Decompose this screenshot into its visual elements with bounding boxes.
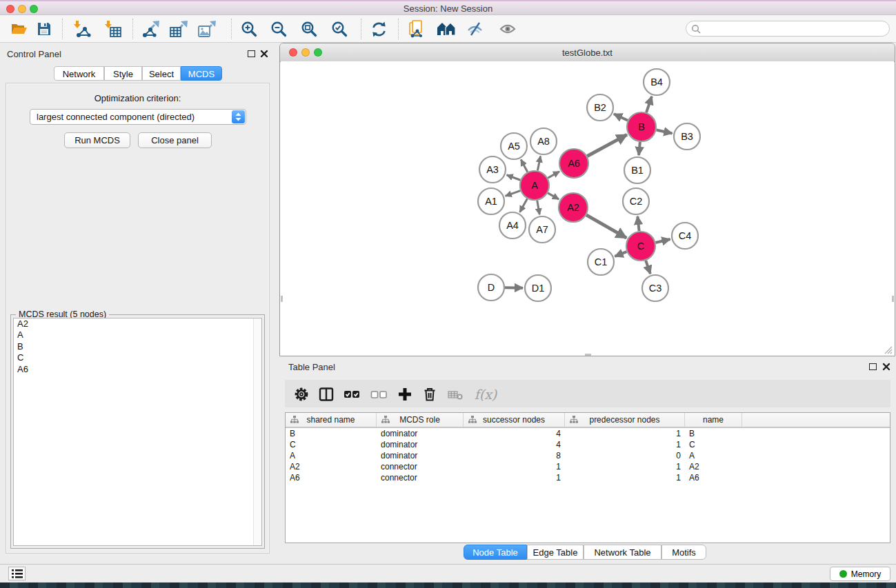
network-graph[interactable]: B4B2BB3A5A8A6B1A3AC2A1A2A4A7C4CC1C3DD1 — [281, 61, 894, 356]
tab-style[interactable]: Style — [104, 66, 142, 81]
graph-node-B1[interactable]: B1 — [624, 157, 650, 183]
table-row[interactable]: Cdominator41C — [286, 439, 890, 450]
graph-node-A2[interactable]: A2 — [559, 193, 588, 222]
graph-node-A1[interactable]: A1 — [478, 188, 504, 214]
close-panel-button[interactable]: Close panel — [138, 132, 212, 148]
graph-node-A3[interactable]: A3 — [479, 156, 506, 183]
graph-edge-C-C3[interactable] — [646, 261, 650, 274]
column-header-shared-name[interactable]: shared name — [286, 413, 377, 427]
tab-edge-table[interactable]: Edge Table — [527, 545, 584, 560]
graph-edge-A-A1[interactable] — [506, 191, 521, 196]
graph-edge-A-A3[interactable] — [507, 175, 521, 180]
graph-edge-A-A2[interactable] — [548, 193, 559, 199]
graph-edge-C-C1[interactable] — [615, 252, 626, 256]
graph-edge-B-B3[interactable] — [657, 130, 673, 134]
graph-node-C3[interactable]: C3 — [642, 275, 668, 301]
mcds-result-item[interactable]: C — [14, 352, 261, 363]
export-network-button[interactable] — [140, 18, 162, 40]
float-table-panel-icon[interactable] — [869, 363, 877, 370]
save-session-button[interactable] — [33, 18, 55, 40]
run-mcds-button[interactable]: Run MCDS — [64, 132, 130, 148]
graph-edge-A-A6[interactable] — [548, 172, 559, 178]
mcds-result-item[interactable]: B — [14, 341, 261, 352]
column-header-name[interactable]: name — [685, 413, 742, 427]
graph-edge-C-C2[interactable] — [637, 216, 639, 231]
mcds-result-item[interactable]: A6 — [14, 364, 261, 375]
tab-mcds[interactable]: MCDS — [181, 66, 222, 81]
import-table-button[interactable] — [102, 18, 124, 40]
open-session-button[interactable] — [8, 18, 30, 40]
home-button[interactable] — [435, 18, 457, 40]
tab-motifs[interactable]: Motifs — [661, 545, 706, 560]
graph-node-C4[interactable]: C4 — [672, 223, 698, 249]
zoom-selected-button[interactable] — [328, 18, 350, 40]
hide-graphics-details-button[interactable] — [464, 18, 486, 40]
graph-node-C[interactable]: C — [626, 232, 655, 261]
graph-edge-B-B1[interactable] — [639, 142, 640, 155]
graph-node-D[interactable]: D — [478, 274, 504, 301]
mcds-result-item[interactable]: A2 — [14, 318, 261, 330]
graph-node-C1[interactable]: C1 — [588, 249, 614, 275]
task-history-button[interactable] — [8, 567, 26, 580]
tab-select[interactable]: Select — [142, 66, 181, 81]
table-settings-button[interactable] — [292, 385, 310, 403]
graph-node-A6[interactable]: A6 — [559, 149, 588, 178]
zoom-in-button[interactable] — [238, 18, 260, 40]
graph-edge-B-B2[interactable] — [614, 114, 628, 120]
graph-node-C2[interactable]: C2 — [623, 188, 649, 214]
import-network-button[interactable] — [71, 18, 93, 40]
create-column-button[interactable] — [396, 385, 414, 403]
search-field[interactable] — [686, 21, 890, 37]
graph-node-A5[interactable]: A5 — [501, 133, 527, 159]
delete-table-button[interactable] — [446, 385, 464, 403]
table-row[interactable]: Adominator80A — [286, 450, 890, 461]
mcds-result-list[interactable]: A2ABCA6 — [13, 318, 262, 546]
table-row[interactable]: Bdominator41B — [286, 428, 890, 439]
graph-node-A8[interactable]: A8 — [530, 128, 557, 154]
graph-node-B2[interactable]: B2 — [587, 94, 613, 121]
show-graphics-details-button[interactable] — [497, 18, 519, 40]
close-panel-icon[interactable] — [260, 50, 268, 58]
function-builder-button[interactable]: f(x) — [472, 385, 499, 403]
graph-edge-A-A8[interactable] — [537, 156, 540, 171]
delete-column-button[interactable] — [421, 385, 439, 403]
column-header-successor-nodes[interactable]: successor nodes — [464, 413, 565, 427]
graph-node-B4[interactable]: B4 — [644, 69, 670, 95]
edge-handle[interactable] — [892, 296, 894, 302]
refresh-button[interactable] — [368, 18, 390, 40]
export-image-button[interactable] — [196, 18, 218, 40]
memory-button[interactable]: Memory — [830, 567, 890, 581]
table-row[interactable]: A2connector11A2 — [286, 461, 890, 472]
criterion-select[interactable]: largest connected component (directed) — [30, 109, 246, 125]
edge-handle[interactable] — [281, 296, 283, 302]
zoom-out-button[interactable] — [268, 18, 290, 40]
scrollbar-track[interactable] — [253, 318, 261, 545]
graph-edge-A-A4[interactable] — [520, 199, 528, 212]
tab-network[interactable]: Network — [54, 66, 104, 81]
network-canvas[interactable]: B4B2BB3A5A8A6B1A3AC2A1A2A4A7C4CC1C3DD1 — [281, 61, 894, 356]
graph-node-A7[interactable]: A7 — [529, 216, 555, 243]
mcds-result-item[interactable]: A — [14, 330, 261, 341]
tab-node-table[interactable]: Node Table — [464, 545, 527, 560]
graph-node-B3[interactable]: B3 — [674, 123, 700, 150]
graph-node-D1[interactable]: D1 — [525, 275, 551, 301]
graph-edge-A6-B[interactable] — [587, 134, 627, 156]
graph-edge-B-B4[interactable] — [646, 97, 652, 112]
search-input[interactable] — [703, 22, 885, 37]
table-row[interactable]: A6connector11A6 — [286, 472, 890, 483]
resize-grip-icon[interactable] — [883, 345, 893, 355]
graph-node-A4[interactable]: A4 — [499, 212, 526, 239]
graph-edge-C-C4[interactable] — [655, 239, 670, 243]
deselect-all-button[interactable] — [370, 385, 388, 403]
graph-node-B[interactable]: B — [627, 112, 656, 141]
close-table-panel-icon[interactable] — [882, 363, 890, 371]
column-header-mcds-role[interactable]: MCDS role — [377, 413, 464, 427]
edge-handle[interactable] — [585, 354, 591, 356]
select-all-button[interactable] — [343, 385, 361, 403]
new-network-from-file-button[interactable] — [406, 18, 428, 40]
zoom-fit-button[interactable] — [298, 18, 320, 40]
network-window-title-bar[interactable]: testGlobe.txt — [280, 43, 895, 62]
tab-network-table[interactable]: Network Table — [584, 545, 661, 560]
export-table-button[interactable] — [168, 18, 190, 40]
graph-node-A[interactable]: A — [520, 171, 549, 200]
